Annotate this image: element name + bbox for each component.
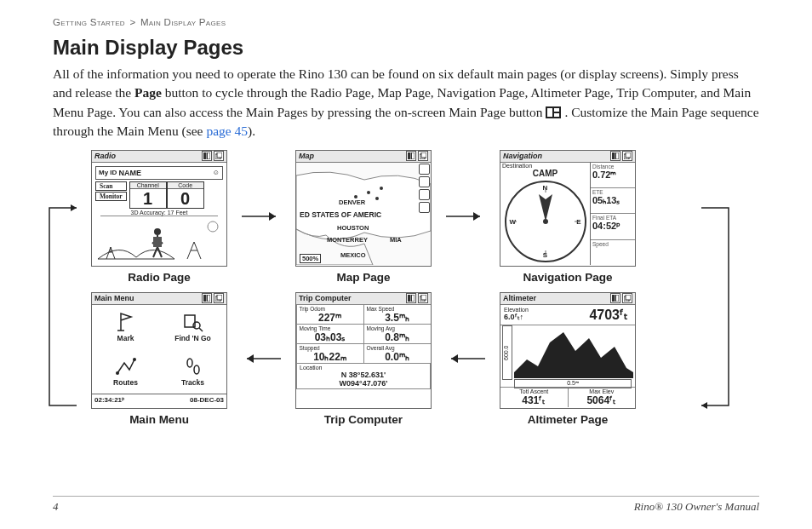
map-screen: Map <box>295 150 432 267</box>
radio-caption: Radio Page <box>128 271 191 284</box>
map-title-text: Map <box>299 152 404 160</box>
trip-cell-0-label: Trip Odom <box>300 306 361 312</box>
map-label-denver: DENVER <box>339 198 365 206</box>
svg-point-38 <box>116 371 119 375</box>
svg-rect-44 <box>412 295 415 302</box>
routes-icon <box>114 356 138 377</box>
menu-item-tracks[interactable]: Tracks <box>159 349 226 394</box>
myid-label: My ID <box>99 169 117 176</box>
trip-titlebar: Trip Computer <box>296 293 431 305</box>
map-tool-button-1[interactable] <box>419 189 430 200</box>
map-label-houston: HOUSTON <box>337 224 369 232</box>
menu-item-routes[interactable]: Routes <box>92 349 159 394</box>
svg-point-40 <box>187 359 192 367</box>
code-cell: Code 0 <box>167 181 204 209</box>
map-zoom-in-button[interactable] <box>419 164 430 175</box>
svg-rect-48 <box>612 295 615 302</box>
radio-titlebar: Radio <box>92 151 226 163</box>
nav-field-3: Speed <box>591 240 635 265</box>
screen-icon-tabs <box>202 151 212 161</box>
nav-dest-row: DestinationCAMP <box>502 163 588 178</box>
trip-cell-0: Trip Odom227ᵐ <box>296 304 364 325</box>
trip-cell-3: Moving Avg0.8ᵐₕ <box>363 324 432 344</box>
code-label: Code <box>168 182 203 189</box>
arrow-left-1 <box>232 302 291 417</box>
alt-titlebar: Altimeter <box>500 293 635 305</box>
compass-needle-icon <box>506 182 585 261</box>
monitor-button[interactable]: Monitor <box>95 192 127 201</box>
alt-maxelev-label: Max Elev <box>569 388 636 394</box>
svg-rect-33 <box>217 295 222 300</box>
code-value: 0 <box>168 189 203 208</box>
alt-ascent-label: Totl Ascent <box>500 388 568 394</box>
channel-code-box: Channel 1 Code 0 <box>129 181 204 209</box>
page-45-link[interactable]: page 45 <box>206 124 248 138</box>
alt-yscale: 600.0 <box>502 325 512 380</box>
nav-field-3-label: Speed <box>592 241 633 247</box>
alt-top-row: Elevation6.0ᶠₜ↑ 4703ᶠₜ <box>500 305 635 325</box>
menu-item-mark[interactable]: Mark <box>92 305 159 349</box>
svg-rect-4 <box>203 152 207 159</box>
svg-rect-15 <box>421 152 426 158</box>
page-heading: Main Display Pages <box>53 36 759 60</box>
trip-cell-5: Overall Avg0.0ᵐₕ <box>363 343 432 364</box>
alt-elev-label: Elevation <box>504 307 566 313</box>
breadcrumb: Getting Started > Main Display Pages <box>53 17 759 27</box>
trip-cell-5-value: 0.0ᵐₕ <box>367 351 428 363</box>
hiker-scene-icon <box>94 216 226 262</box>
alt-maxelev-value: 5064ᶠₜ <box>569 394 636 406</box>
svg-rect-7 <box>217 152 222 158</box>
screen-icon-stack <box>418 293 428 303</box>
compass-icon: N S E W <box>505 181 586 262</box>
menu-cell: Main Menu Mark Find 'N Go Routes Tracks … <box>87 292 232 426</box>
nav-field-1-value: 05ₕ13ₛ <box>592 195 633 206</box>
trip-cell-4-value: 10ₕ22ₘ <box>300 351 361 363</box>
screen-icon-tabs <box>406 293 416 303</box>
screens-row-1: Radio My ID NAME ☺ Scan <box>87 150 742 284</box>
menu-titlebar: Main Menu <box>92 293 226 305</box>
text-part-4: ). <box>248 124 255 138</box>
map-caption: Map Page <box>336 271 390 284</box>
nav-field-0-label: Distance <box>592 164 633 170</box>
radio-cell: Radio My ID NAME ☺ Scan <box>87 150 232 284</box>
map-label-monterrey: MONTERREY <box>327 236 368 244</box>
nav-side-fields: Distance0.72ᵐ ETE05ₕ13ₛ Final ETA04:52ᵖ … <box>590 163 635 265</box>
trip-grid: Trip Odom227ᵐ Max Speed3.5ᵐₕ Moving Time… <box>296 305 431 364</box>
alt-xscale: 0.5ᵐ <box>514 379 632 388</box>
accuracy-text: 3D Accuracy: 17 Feet <box>100 210 218 216</box>
channel-value: 1 <box>130 189 166 208</box>
arrow-right-2 <box>436 159 495 274</box>
trip-caption: Trip Computer <box>324 413 403 426</box>
alt-elev-value: 4703ᶠₜ <box>566 307 632 323</box>
radio-body: My ID NAME ☺ Scan Monitor <box>92 163 226 264</box>
svg-point-25 <box>543 219 548 224</box>
alt-elev-delta: 6.0ᶠₜ↑ <box>504 313 566 321</box>
svg-rect-24 <box>626 152 631 158</box>
menu-item-tracks-label: Tracks <box>181 378 204 387</box>
trip-title-text: Trip Computer <box>299 294 404 302</box>
svg-rect-5 <box>208 152 211 159</box>
nav-title-text: Navigation <box>503 152 609 160</box>
menu-item-mark-label: Mark <box>117 334 134 342</box>
nav-caption: Navigation Page <box>523 271 612 284</box>
map-tool-button-2[interactable] <box>419 202 430 213</box>
trip-cell-1: Max Speed3.5ᵐₕ <box>363 304 432 325</box>
nav-field-2-value: 04:52ᵖ <box>592 221 633 232</box>
menu-grid: Mark Find 'N Go Routes Tracks <box>92 305 226 394</box>
trip-screen: Trip Computer Trip Odom227ᵐ Max Speed3.5… <box>295 292 432 409</box>
alt-screen: Altimeter Elevation6.0ᶠₜ↑ 4703ᶠₜ 600.0 <box>500 292 636 409</box>
trip-cell-2-value: 03ₕ03ₛ <box>300 331 361 343</box>
screen-icon-tabs <box>610 151 620 161</box>
tracks-icon <box>181 356 205 377</box>
svg-point-10 <box>208 221 218 232</box>
map-label-mexico: MEXICO <box>340 251 366 259</box>
scan-button[interactable]: Scan <box>95 181 127 191</box>
svg-rect-46 <box>421 295 426 300</box>
menu-item-find[interactable]: Find 'N Go <box>159 305 226 349</box>
map-zoom-out-button[interactable] <box>419 176 430 187</box>
screens-diagram: Radio My ID NAME ☺ Scan <box>87 150 742 426</box>
arrow-right-1 <box>232 159 291 274</box>
nav-field-1: ETE05ₕ13ₛ <box>591 188 635 214</box>
svg-rect-31 <box>208 295 211 302</box>
alt-title-text: Altimeter <box>503 294 609 302</box>
